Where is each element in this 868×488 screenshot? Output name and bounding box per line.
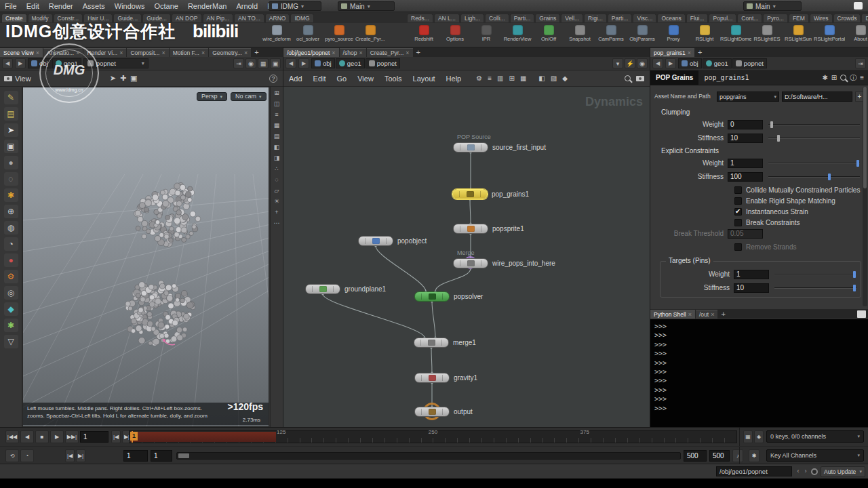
desktop-selector[interactable]: IDMG ▾ (269, 1, 321, 11)
parameter-value-field[interactable]: 10 (734, 283, 769, 293)
network-menu-tools[interactable]: Tools (379, 70, 408, 87)
node-wire_pops_into_here[interactable]: Mergewire_pops_into_here (453, 258, 488, 268)
shelf-tool-create-pyr-[interactable]: Create_Pyr... (355, 24, 386, 42)
node-body[interactable] (414, 373, 450, 383)
slider-handle[interactable] (828, 174, 831, 180)
shelf-tab[interactable]: Oceans (657, 14, 685, 22)
parameter-value-field[interactable]: 1 (728, 159, 763, 168)
parameter-value-field[interactable]: 1 (734, 270, 769, 279)
chevron-down-icon[interactable]: ▾ (612, 58, 623, 68)
parameter-value-field[interactable]: 10 (728, 134, 763, 143)
network-menu-help[interactable]: Help (441, 70, 467, 87)
wrench-icon[interactable]: ⚙ (476, 75, 482, 82)
range-end-field[interactable]: 500 (684, 450, 707, 462)
grid-display-icon[interactable]: ▤ (274, 133, 280, 140)
back-icon[interactable]: ◀ (285, 58, 296, 68)
shelf-tool-rslightdome[interactable]: RSLightDome (720, 24, 751, 42)
shelf-tab[interactable]: ARNO (265, 14, 290, 22)
help-icon[interactable]: ? (269, 75, 277, 83)
node-body[interactable] (453, 224, 488, 234)
fluid-drop-icon[interactable]: ◆ (4, 302, 18, 316)
keyframe-sheet-icon[interactable]: ▦ (743, 430, 753, 443)
global-end-field[interactable]: 500 (709, 450, 730, 462)
shelf-tool-redshift[interactable]: Redshift (408, 24, 439, 42)
back-icon[interactable]: ◀ (2, 58, 13, 68)
network-menu-layout[interactable]: Layout (408, 70, 441, 87)
sphere-icon[interactable]: ◍ (4, 221, 18, 235)
node-body[interactable] (453, 142, 488, 152)
node-popobject[interactable]: popobject (358, 236, 393, 246)
brush-icon[interactable]: ✎ (4, 91, 18, 104)
template-icon[interactable]: ☀ (274, 198, 279, 205)
parameter-slider[interactable] (768, 172, 860, 182)
update-mode-dropdown[interactable]: Auto Update ▾ (821, 466, 865, 477)
menu-windows[interactable]: Windows (110, 0, 150, 12)
menu-arnold[interactable]: Arnold (231, 0, 262, 12)
list-view-icon[interactable]: ≡ (488, 75, 492, 82)
range-end-icon[interactable]: ▶| (76, 449, 85, 462)
shelf-tab[interactable]: Visc... (633, 14, 656, 22)
snap-point-icon[interactable]: ◫ (274, 100, 280, 107)
global-start-field[interactable]: 1 (123, 450, 148, 462)
link-pane-icon[interactable]: ▦ (258, 58, 269, 68)
shelf-tool-proxy[interactable]: Proxy (658, 24, 689, 42)
playback-range-slider[interactable] (176, 452, 681, 460)
gear-icon[interactable]: ⚙ (4, 270, 18, 283)
ruler-icon[interactable]: ≡ (275, 111, 278, 118)
pane-tab[interactable]: /obj/geo1/popnet× (283, 48, 339, 57)
breadcrumb-item[interactable]: obj (311, 58, 335, 68)
new-tab-button[interactable]: + (252, 48, 261, 57)
stop-icon[interactable]: ■ (35, 430, 49, 443)
pane-tab[interactable]: pop_grains1× (650, 48, 694, 57)
shelf-tool-rslight[interactable]: RSLight (689, 24, 720, 42)
shelf-tool-camparms[interactable]: CamParms (595, 24, 627, 42)
node-body[interactable] (453, 258, 488, 268)
realtime-toggle-icon[interactable]: ◔ (20, 449, 34, 462)
shelf-tool-on-off[interactable]: On/Off (533, 24, 564, 42)
shelf-tool-ipr[interactable]: IPR (471, 24, 502, 42)
shelf-tab[interactable]: AN TO... (234, 14, 264, 22)
quick-mark-icon[interactable]: ⚡ (625, 58, 635, 68)
shelf-tool-renderview[interactable]: RenderView (502, 24, 533, 42)
timeline-ruler[interactable]: 1 125250375 (129, 430, 737, 443)
node-body[interactable] (305, 284, 340, 294)
shelf-tool-snapshot[interactable]: Snapshot (564, 24, 595, 42)
parameter-slider[interactable] (768, 159, 860, 168)
view-menu[interactable]: View (0, 75, 35, 83)
pin-path-icon[interactable]: ⇥ (855, 58, 866, 68)
shelf-tool-rslighties[interactable]: RSLightIES (751, 24, 783, 42)
network-menu-add[interactable]: Add (283, 70, 308, 87)
pane-tab[interactable]: /out× (696, 310, 717, 319)
close-icon[interactable]: × (201, 49, 205, 56)
more-display-icon[interactable]: ⋯ (274, 220, 280, 226)
flask-icon[interactable]: ▽ (4, 335, 18, 348)
uv-surface-icon[interactable]: ▤ (4, 107, 18, 121)
range-start-icon[interactable]: |◀ (65, 449, 75, 462)
audio-icon[interactable]: ♪ (732, 449, 743, 462)
range-slider-handle[interactable] (178, 453, 189, 458)
node-source_first_input[interactable]: POP Sourcesource_first_input (453, 142, 488, 152)
group-display-icon[interactable]: ▱ (275, 187, 279, 194)
pane-tab[interactable]: Scene View× (0, 48, 43, 57)
main-desktop-selector[interactable]: Main ▾ (338, 1, 395, 11)
shelf-tool-wire-deform[interactable]: wire_deform (261, 24, 292, 42)
slider-handle[interactable] (856, 160, 859, 167)
pointer-icon[interactable]: ➤ (4, 123, 18, 137)
shelf-tool-pyro-source[interactable]: pyro_source (323, 24, 355, 42)
camera-icon[interactable] (636, 76, 644, 81)
camera-selector-button[interactable]: No cam ▾ (231, 92, 267, 101)
shelf-tab[interactable]: FEM (789, 14, 809, 22)
foliage-icon[interactable]: ✱ (4, 319, 18, 332)
snap-grid-icon[interactable]: ⊞ (274, 89, 279, 96)
asterisk-icon[interactable]: ✱ (822, 74, 827, 81)
python-shell-output[interactable]: >>>>>>>>>>>>>>>>>>>>>>>>>>>>>> (650, 319, 868, 427)
fast-forward-icon[interactable]: ▶▶| (65, 430, 79, 443)
current-frame-field[interactable]: 1 (80, 431, 108, 443)
forward-icon[interactable]: ▶ (665, 58, 676, 68)
menu-assets[interactable]: Assets (78, 0, 110, 12)
shade-icon[interactable]: ◧ (538, 75, 545, 82)
close-icon[interactable]: × (688, 311, 692, 318)
forward-icon[interactable]: ▶ (298, 58, 309, 68)
breadcrumb-item[interactable]: geo1 (336, 58, 365, 68)
new-tab-button[interactable]: + (414, 48, 423, 57)
